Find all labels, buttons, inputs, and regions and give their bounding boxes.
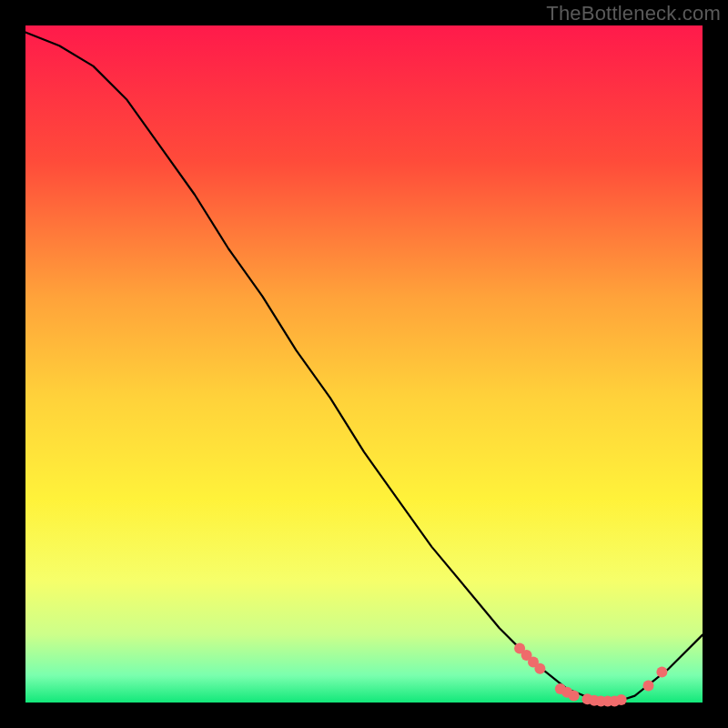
chart-frame: TheBottleneck.com — [0, 0, 728, 728]
plot-background — [25, 25, 703, 703]
watermark-text: TheBottleneck.com — [546, 2, 721, 25]
marker-dot — [534, 663, 545, 674]
marker-dot — [616, 694, 627, 705]
marker-dot — [643, 680, 654, 691]
marker-dot — [569, 691, 580, 702]
marker-dot — [656, 667, 667, 678]
bottleneck-chart — [0, 0, 728, 728]
